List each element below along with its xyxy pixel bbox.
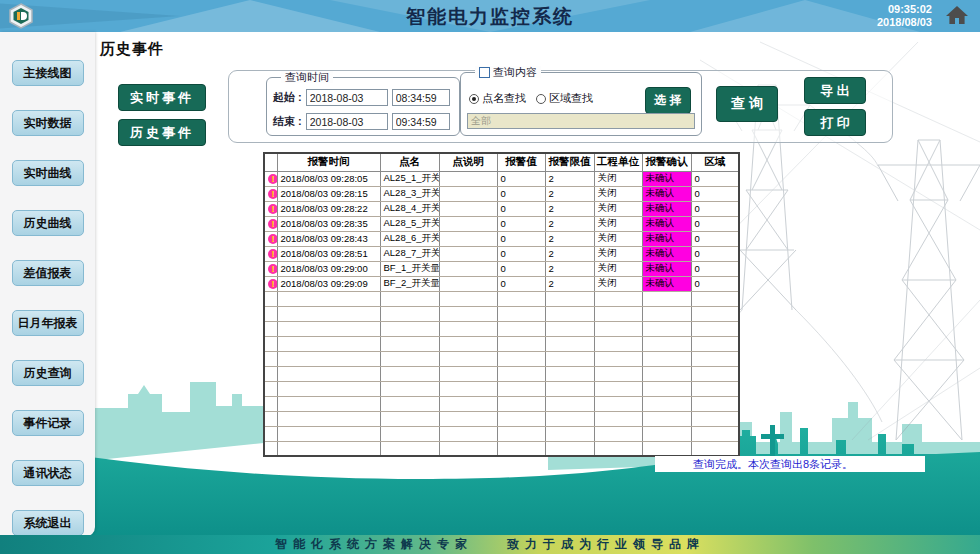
sidebar-item-9[interactable]: 通讯状态: [12, 460, 84, 486]
cell-alarm-time: [277, 336, 380, 351]
cell-area: 0: [691, 186, 739, 201]
cell-icon: !: [264, 201, 277, 216]
cell-area: 0: [691, 261, 739, 276]
cell-point-name: BF_1_开关量: [380, 261, 439, 276]
sidebar-item-3[interactable]: 实时曲线: [12, 160, 84, 186]
cell-engineering-unit: 关闭: [594, 171, 642, 186]
cell-alarm-time: [277, 321, 380, 336]
cell-alarm-time: 2018/08/03 09:28:22: [277, 201, 380, 216]
start-date-input[interactable]: [306, 89, 388, 106]
cell-alarm-value: 0: [497, 186, 545, 201]
cell-alarm-value: 0: [497, 261, 545, 276]
cell-point-name: AL25_1_开关量: [380, 171, 439, 186]
sidebar-nav: 主接线图实时数据实时曲线历史曲线差值报表日月年报表历史查询事件记录通讯状态系统退…: [0, 32, 95, 537]
history-events-button[interactable]: 历史事件: [118, 119, 206, 146]
cell-icon: [264, 291, 277, 306]
cell-point-desc: [439, 351, 497, 366]
cell-engineering-unit: [594, 291, 642, 306]
cell-area: 0: [691, 276, 739, 291]
print-button[interactable]: 打 印: [804, 109, 866, 136]
sidebar-item-6[interactable]: 日月年报表: [12, 310, 84, 336]
query-time-legend-text: 查询时间: [285, 71, 329, 83]
cell-icon: !: [264, 216, 277, 231]
cell-alarm-limit: [545, 291, 594, 306]
point-name-radio-label: 点名查找: [482, 91, 526, 106]
event-row[interactable]: !2018/08/03 09:29:09BF_2_开关量02关闭未确认0: [264, 276, 739, 291]
query-button[interactable]: 查 询: [716, 86, 778, 122]
sidebar-item-8[interactable]: 事件记录: [12, 410, 84, 436]
cell-alarm-time: [277, 426, 380, 441]
cell-alarm-value: 0: [497, 276, 545, 291]
event-row[interactable]: !2018/08/03 09:28:05AL25_1_开关量02关闭未确认0: [264, 171, 739, 186]
empty-row: [264, 351, 739, 366]
cell-alarm-time: 2018/08/03 09:28:05: [277, 171, 380, 186]
realtime-events-button[interactable]: 实时事件: [118, 84, 206, 111]
area-radio[interactable]: 区域查找: [536, 91, 593, 106]
cell-icon: [264, 381, 277, 396]
col-alarm-limit: 报警限值: [545, 153, 594, 171]
cell-alarm-value: [497, 411, 545, 426]
sidebar-item-10[interactable]: 系统退出: [12, 510, 84, 536]
cell-icon: [264, 411, 277, 426]
cell-engineering-unit: 关闭: [594, 216, 642, 231]
cell-alarm-limit: [545, 306, 594, 321]
cell-point-desc: [439, 246, 497, 261]
sidebar-item-2[interactable]: 实时数据: [12, 110, 84, 136]
col-alarm-value: 报警值: [497, 153, 545, 171]
cell-alarm-value: [497, 351, 545, 366]
cell-point-name: [380, 396, 439, 411]
cell-point-desc: [439, 441, 497, 456]
page-header-title: 智能电力监控系统: [0, 4, 980, 30]
cell-area: [691, 351, 739, 366]
start-time-input[interactable]: [392, 89, 450, 106]
cell-engineering-unit: 关闭: [594, 261, 642, 276]
home-button[interactable]: [944, 4, 970, 28]
cell-alarm-ack: [642, 306, 691, 321]
sidebar-item-7[interactable]: 历史查询: [12, 360, 84, 386]
filter-value-input[interactable]: [467, 113, 695, 129]
cell-point-desc: [439, 366, 497, 381]
cell-alarm-ack: 未确认: [642, 246, 691, 261]
cell-alarm-time: [277, 411, 380, 426]
event-row[interactable]: !2018/08/03 09:28:22AL28_4_开关量02关闭未确认0: [264, 201, 739, 216]
cell-engineering-unit: 关闭: [594, 231, 642, 246]
empty-row: [264, 366, 739, 381]
event-row[interactable]: !2018/08/03 09:28:15AL28_3_开关量02关闭未确认0: [264, 186, 739, 201]
event-row[interactable]: !2018/08/03 09:28:35AL28_5_开关量02关闭未确认0: [264, 216, 739, 231]
cell-alarm-ack: 未确认: [642, 186, 691, 201]
sidebar-item-4[interactable]: 历史曲线: [12, 210, 84, 236]
header-clock: 09:35:02 2018/08/03: [877, 3, 932, 29]
cell-point-name: AL28_5_开关量: [380, 216, 439, 231]
start-label: 起始 :: [273, 90, 302, 105]
query-panel-content: 查询时间 起始 : 结束 : 查询内容 点名查找: [228, 70, 893, 143]
cell-engineering-unit: [594, 336, 642, 351]
cell-point-desc: [439, 336, 497, 351]
alarm-icon: !: [268, 234, 277, 244]
alarm-icon: !: [268, 264, 277, 274]
cell-alarm-limit: 2: [545, 201, 594, 216]
query-content-checkbox[interactable]: [479, 67, 490, 78]
empty-row: [264, 306, 739, 321]
export-button[interactable]: 导 出: [804, 77, 866, 104]
cell-alarm-ack: [642, 321, 691, 336]
cell-engineering-unit: [594, 306, 642, 321]
end-date-input[interactable]: [306, 113, 388, 130]
alarm-icon: !: [268, 189, 277, 199]
point-name-radio[interactable]: 点名查找: [469, 91, 526, 106]
cell-alarm-ack: 未确认: [642, 276, 691, 291]
cell-icon: [264, 396, 277, 411]
select-button[interactable]: 选 择: [645, 87, 691, 114]
cell-alarm-time: 2018/08/03 09:28:15: [277, 186, 380, 201]
event-row[interactable]: !2018/08/03 09:29:00BF_1_开关量02关闭未确认0: [264, 261, 739, 276]
radio-selected-icon: [469, 94, 479, 104]
end-time-input[interactable]: [392, 113, 450, 130]
cell-alarm-value: 0: [497, 231, 545, 246]
sidebar-item-1[interactable]: 主接线图: [12, 60, 84, 86]
event-row[interactable]: !2018/08/03 09:28:43AL28_6_开关量02关闭未确认0: [264, 231, 739, 246]
sidebar-item-5[interactable]: 差值报表: [12, 260, 84, 286]
cell-icon: [264, 306, 277, 321]
query-time-group: 查询时间 起始 : 结束 :: [266, 77, 460, 136]
event-row[interactable]: !2018/08/03 09:28:51AL28_7_开关量02关闭未确认0: [264, 246, 739, 261]
empty-row: [264, 396, 739, 411]
cell-engineering-unit: [594, 366, 642, 381]
